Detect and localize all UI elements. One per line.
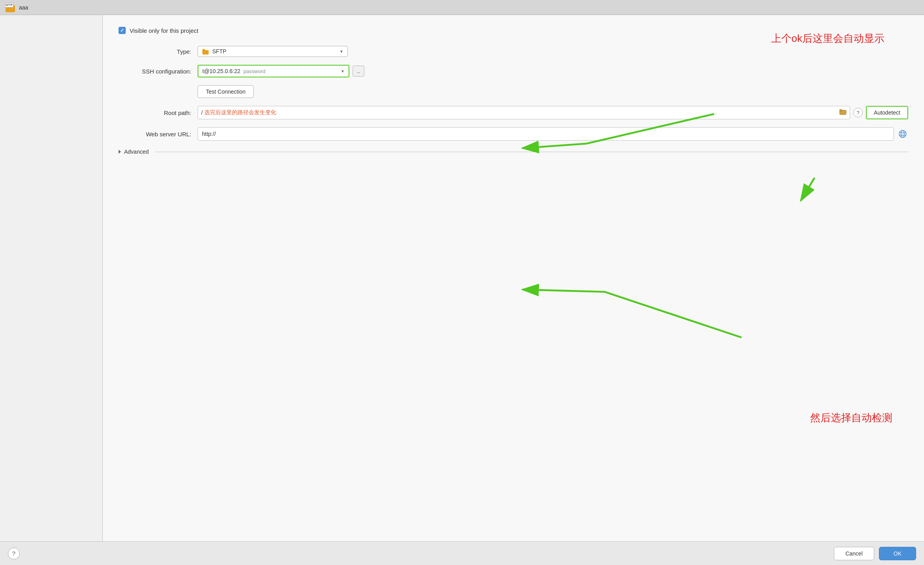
type-controls: SFTP ▼: [198, 46, 908, 57]
web-server-globe-button[interactable]: [897, 128, 908, 139]
ssh-browse-button[interactable]: ..: [353, 66, 364, 77]
svg-point-2: [899, 130, 906, 137]
web-server-value: http://: [202, 131, 216, 137]
root-path-controls: / 选完后这里的路径会发生变化 ? Autodetect: [198, 106, 908, 119]
type-label: Type:: [119, 48, 198, 55]
ssh-value: t@10.25.0.6:22: [202, 68, 240, 74]
title-bar: SFTP aaa: [0, 0, 924, 15]
root-path-prefix: /: [201, 109, 203, 116]
root-path-folder-button[interactable]: [839, 109, 847, 117]
main-layout: Visible only for this project Type: SFTP…: [0, 15, 924, 541]
root-path-row: Root path: / 选完后这里的路径会发生变化: [119, 106, 908, 119]
ssh-select-wrapper: t@10.25.0.6:22 password ▼: [198, 65, 349, 77]
advanced-divider: [155, 152, 908, 152]
ssh-password: password: [243, 68, 266, 74]
type-select[interactable]: SFTP ▼: [198, 46, 348, 57]
footer-help-button[interactable]: ?: [8, 548, 20, 559]
web-server-row: Web server URL: http://: [119, 127, 908, 141]
test-connection-button[interactable]: Test Connection: [198, 85, 254, 98]
sftp-icon: SFTP: [5, 3, 16, 12]
web-server-input-wrapper[interactable]: http://: [198, 127, 894, 141]
advanced-label: Advanced: [124, 149, 149, 155]
title-text: aaa: [19, 4, 28, 11]
web-server-label: Web server URL:: [119, 131, 198, 137]
content-area: Visible only for this project Type: SFTP…: [103, 15, 924, 541]
cancel-button[interactable]: Cancel: [834, 547, 874, 560]
ok-button[interactable]: OK: [879, 547, 916, 560]
ssh-controls: t@10.25.0.6:22 password ▼ ..: [198, 65, 908, 77]
advanced-row: Advanced: [119, 149, 908, 155]
type-value: SFTP: [212, 48, 226, 55]
root-path-label: Root path:: [119, 109, 198, 116]
dialog-body: Visible only for this project Type: SFTP…: [0, 15, 924, 541]
sftp-type-icon: [202, 49, 209, 55]
title-bar-icon: SFTP: [5, 2, 16, 13]
root-path-help-button[interactable]: ?: [853, 108, 863, 117]
root-path-input-wrapper: / 选完后这里的路径会发生变化: [198, 106, 850, 119]
web-server-controls: http://: [198, 127, 908, 141]
dialog-container: SFTP aaa Visible only for this project T…: [0, 0, 924, 565]
ssh-arrow-icon: ▼: [341, 69, 345, 73]
visible-label: Visible only for this project: [130, 27, 198, 34]
root-path-annotation: 选完后这里的路径会发生变化: [204, 109, 276, 116]
footer-left: ?: [8, 548, 20, 559]
svg-point-3: [901, 130, 904, 137]
ssh-label: SSH configuration:: [119, 68, 198, 75]
footer: ? Cancel OK: [0, 541, 924, 565]
ssh-select[interactable]: t@10.25.0.6:22 password ▼: [198, 66, 349, 77]
type-row: Type: SFTP ▼: [119, 46, 908, 57]
autodetect-wrapper: Autodetect: [866, 106, 908, 119]
sidebar: [0, 15, 103, 541]
autodetect-button[interactable]: Autodetect: [867, 107, 907, 119]
annotation-text-2: 然后选择自动检测: [810, 411, 892, 425]
ssh-config-row: SSH configuration: t@10.25.0.6:22 passwo…: [119, 65, 908, 77]
visible-checkbox-row: Visible only for this project: [119, 27, 908, 34]
type-arrow-icon: ▼: [339, 49, 343, 54]
advanced-toggle-icon[interactable]: [119, 150, 121, 154]
test-connection-row: Test Connection: [198, 85, 908, 98]
visible-checkbox[interactable]: [119, 27, 126, 34]
svg-rect-1: [839, 109, 842, 111]
